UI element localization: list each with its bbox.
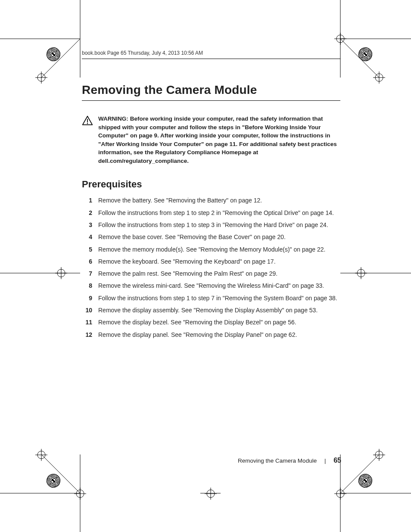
step-text: Remove the display bezel. See "Removing … (98, 318, 340, 327)
list-item: 5Remove the memory module(s). See "Remov… (82, 245, 340, 254)
page-footer: Removing the Camera Module | 65 (238, 457, 341, 464)
printer-radial-mark-icon (358, 47, 372, 61)
list-item: 11Remove the display bezel. See "Removin… (82, 318, 340, 327)
list-item: 6Remove the keyboard. See "Removing the … (82, 257, 340, 266)
step-number: 2 (82, 208, 92, 217)
list-item: 1Remove the battery. See "Removing the B… (82, 196, 340, 205)
step-text: Follow the instructions from step 1 to s… (98, 208, 340, 217)
step-number: 5 (82, 245, 92, 254)
step-text: Follow the instructions from step 1 to s… (98, 294, 340, 302)
running-header-rule (82, 59, 340, 59)
footer-label: Removing the Camera Module (238, 457, 317, 464)
printer-radial-mark-icon (47, 47, 60, 61)
step-number: 11 (82, 318, 92, 327)
register-mark-icon (35, 72, 47, 84)
step-text: Remove the battery. See "Removing the Ba… (98, 196, 340, 205)
list-item: 12Remove the display panel. See "Removin… (82, 330, 340, 339)
register-mark-icon (55, 267, 67, 279)
step-text: Follow the instructions from step 1 to s… (98, 221, 340, 229)
warning-text: WARNING:Before working inside your compu… (98, 115, 340, 165)
svg-point-46 (87, 123, 88, 124)
step-number: 6 (82, 257, 92, 266)
register-mark-icon (373, 449, 385, 461)
step-number: 1 (82, 196, 92, 205)
step-text: Remove the wireless mini-card. See "Remo… (98, 281, 340, 290)
step-text: Remove the palm rest. See "Removing the … (98, 269, 340, 278)
page-title: Removing the Camera Module (82, 83, 340, 97)
register-mark-icon (205, 488, 217, 500)
printer-radial-mark-icon (47, 474, 60, 488)
step-text: Remove the base cover. See "Removing the… (98, 233, 340, 241)
warning-icon (82, 115, 93, 127)
title-rule (82, 100, 340, 101)
step-number: 12 (82, 330, 92, 339)
step-text: Remove the keyboard. See "Removing the K… (98, 257, 340, 266)
section-heading: Prerequisites (82, 179, 340, 190)
list-item: 8Remove the wireless mini-card. See "Rem… (82, 281, 340, 290)
register-mark-icon (74, 488, 86, 500)
list-item: 7Remove the palm rest. See "Removing the… (82, 269, 340, 278)
list-item: 3Follow the instructions from step 1 to … (82, 221, 340, 229)
page-number: 65 (333, 457, 341, 464)
running-header: book.book Page 65 Thursday, July 4, 2013… (82, 50, 340, 56)
step-text: Remove the memory module(s). See "Removi… (98, 245, 340, 254)
page-content: book.book Page 65 Thursday, July 4, 2013… (82, 50, 340, 342)
list-item: 2Follow the instructions from step 1 to … (82, 208, 340, 217)
document-page: book.book Page 65 Thursday, July 4, 2013… (0, 0, 411, 532)
step-number: 9 (82, 294, 92, 302)
step-number: 4 (82, 233, 92, 241)
warning-body: Before working inside your computer, rea… (98, 115, 337, 164)
register-mark-icon (35, 449, 47, 461)
warning-block: WARNING:Before working inside your compu… (82, 115, 340, 165)
step-number: 10 (82, 306, 92, 314)
list-item: 10Remove the display assembly. See "Remo… (82, 306, 340, 314)
list-item: 9Follow the instructions from step 1 to … (82, 294, 340, 302)
register-mark-icon (373, 72, 385, 84)
register-mark-icon (334, 488, 346, 500)
printer-radial-mark-icon (358, 474, 372, 488)
step-number: 8 (82, 281, 92, 290)
prerequisites-list: 1Remove the battery. See "Removing the B… (82, 196, 340, 339)
step-number: 3 (82, 221, 92, 229)
footer-separator: | (324, 457, 326, 464)
step-text: Remove the display assembly. See "Removi… (98, 306, 340, 314)
register-mark-icon (334, 33, 346, 45)
step-text: Remove the display panel. See "Removing … (98, 330, 340, 339)
list-item: 4Remove the base cover. See "Removing th… (82, 233, 340, 241)
step-number: 7 (82, 269, 92, 278)
warning-label: WARNING: (98, 115, 128, 122)
register-mark-icon (355, 267, 367, 279)
